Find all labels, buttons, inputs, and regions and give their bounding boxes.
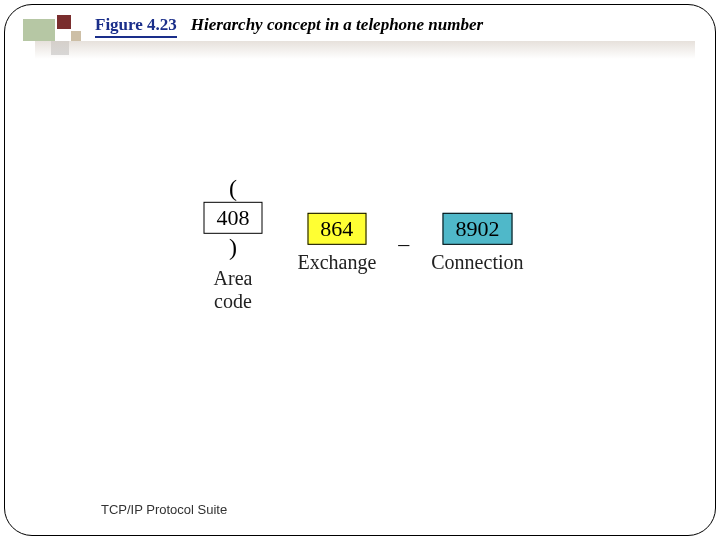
decor-square	[51, 41, 69, 55]
area-code-label: Area code	[197, 267, 270, 313]
area-code-box-wrap: ( 408 )	[197, 174, 270, 260]
decor-square	[71, 31, 81, 41]
slide-frame: Figure 4.23 Hierarchy concept in a telep…	[4, 4, 716, 536]
exchange-label: Exchange	[297, 251, 376, 274]
title-shadow	[35, 41, 695, 59]
connection-label: Connection	[431, 251, 523, 274]
connection-box: 8902	[442, 213, 512, 245]
open-paren: (	[223, 174, 243, 200]
exchange-box: 864	[307, 213, 366, 245]
figure-title: Figure 4.23 Hierarchy concept in a telep…	[95, 15, 695, 38]
decor-square	[57, 15, 71, 29]
area-code-group: ( 408 ) Area code	[197, 174, 270, 312]
close-paren: )	[223, 234, 243, 260]
figure-number: Figure 4.23	[95, 15, 177, 38]
figure-caption: Hierarchy concept in a telephone number	[191, 15, 483, 35]
decor-square	[23, 19, 55, 41]
connection-group: 8902 Connection	[431, 213, 523, 274]
area-code-box: 408	[203, 201, 262, 233]
phone-number-diagram: ( 408 ) Area code 864 Exchange – 8902 Co…	[183, 174, 538, 312]
phone-parts-row: ( 408 ) Area code 864 Exchange – 8902 Co…	[183, 174, 538, 312]
separator-dash: –	[390, 230, 417, 256]
exchange-group: 864 Exchange	[297, 213, 376, 274]
footer-text: TCP/IP Protocol Suite	[101, 502, 227, 517]
corner-decoration	[23, 15, 83, 75]
